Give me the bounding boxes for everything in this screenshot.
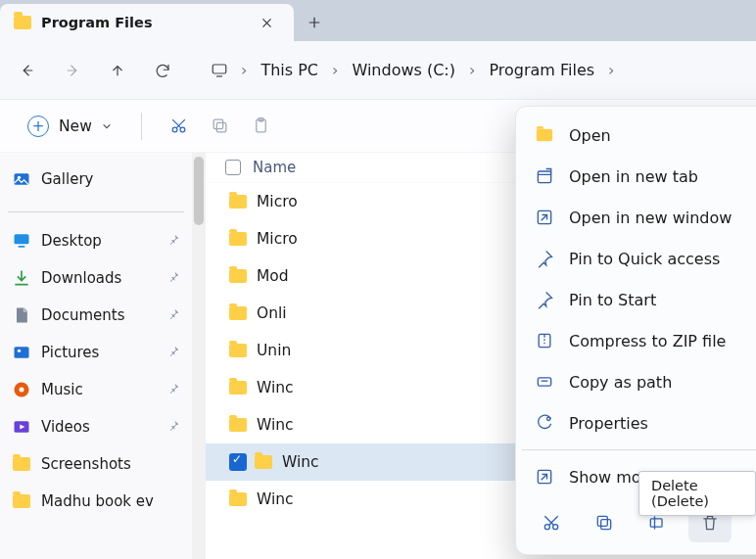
title-bar: Program Files: [0, 0, 756, 41]
sidebar: Gallery DesktopDownloadsDocumentsPicture…: [0, 153, 192, 559]
svg-rect-3: [217, 122, 227, 131]
show-more-icon: [534, 466, 555, 488]
refresh-button[interactable]: [143, 51, 182, 90]
svg-rect-24: [601, 520, 611, 530]
folder-icon: [229, 492, 247, 506]
file-list: Name fied Micro3 03:20Micro3 06:31Mod3 0…: [206, 153, 756, 559]
folder-icon: [12, 491, 31, 511]
context-item-copy-as-path[interactable]: Copy as pathCtrl+Shift+C: [520, 361, 756, 402]
downloads-icon: [12, 268, 31, 288]
separator: [8, 211, 184, 212]
new-tab-button[interactable]: [294, 4, 335, 41]
context-item-pin-to-start[interactable]: Pin to Start: [520, 279, 756, 320]
newwin-icon: [534, 207, 555, 228]
context-item-open-in-new-tab[interactable]: Open in new tab: [520, 156, 756, 197]
svg-rect-16: [538, 171, 550, 183]
sidebar-scrollbar[interactable]: [192, 153, 206, 559]
pin-icon: [534, 289, 555, 310]
select-all-checkbox[interactable]: [225, 160, 241, 175]
folder-icon: [229, 195, 247, 209]
pin-icon: [167, 306, 180, 324]
svg-rect-26: [650, 519, 662, 527]
pin-icon: [167, 381, 180, 398]
folder-icon: [229, 344, 247, 357]
sidebar-item-gallery[interactable]: Gallery: [8, 161, 184, 198]
copy-button[interactable]: [203, 109, 238, 144]
pin-icon: [167, 344, 180, 361]
svg-rect-10: [19, 246, 25, 248]
folder-icon: [229, 418, 247, 432]
svg-rect-0: [213, 65, 226, 73]
sidebar-item-videos[interactable]: Videos: [8, 408, 184, 445]
pin-icon: [167, 232, 180, 250]
file-name: Winc: [282, 453, 319, 471]
sidebar-item-madhu-book-ev[interactable]: Madhu book ev: [8, 483, 184, 520]
context-item-open-in-new-window[interactable]: Open in new window: [520, 197, 756, 238]
chevron-right-icon[interactable]: ›: [465, 61, 479, 79]
separator: [522, 449, 756, 450]
sidebar-item-documents[interactable]: Documents: [8, 297, 184, 334]
new-button-label: New: [59, 117, 92, 135]
context-copy-button[interactable]: [583, 503, 626, 542]
desktop-icon: [12, 231, 31, 251]
this-pc-icon[interactable]: [206, 51, 233, 90]
column-name[interactable]: Name: [253, 159, 296, 176]
sidebar-item-screenshots[interactable]: Screenshots: [8, 445, 184, 483]
music-icon: [12, 380, 31, 399]
videos-icon: [12, 417, 31, 437]
zip-icon: [534, 330, 555, 351]
plus-circle-icon: +: [27, 116, 49, 137]
folder-icon: [12, 454, 31, 474]
chevron-right-icon[interactable]: ›: [328, 61, 342, 79]
file-name: Micro: [257, 193, 298, 210]
folder-icon: [14, 16, 31, 29]
up-button[interactable]: [98, 51, 137, 90]
svg-point-12: [18, 349, 21, 352]
pin-icon: [167, 418, 180, 436]
context-item-compress-to-zip-file[interactable]: Compress to ZIP file: [520, 320, 756, 361]
breadcrumb: › This PC › Windows (C:) › Program Files…: [206, 51, 619, 90]
context-cut-button[interactable]: [530, 503, 573, 542]
svg-rect-19: [538, 378, 550, 386]
close-tab-button[interactable]: [253, 9, 280, 36]
newtab-icon: [534, 165, 555, 187]
context-item-open[interactable]: OpenEnter: [520, 115, 756, 156]
folder-icon: [229, 381, 247, 395]
cut-button[interactable]: [162, 109, 197, 144]
active-tab[interactable]: Program Files: [0, 4, 294, 41]
back-button[interactable]: [8, 51, 47, 90]
file-name: Winc: [257, 416, 294, 434]
file-name: Onli: [257, 304, 287, 322]
chevron-down-icon: [102, 121, 112, 131]
sidebar-item-music[interactable]: Music: [8, 371, 184, 408]
folder-icon: [229, 306, 247, 320]
folder-icon: [255, 455, 272, 469]
folder-icon: [534, 124, 555, 146]
context-item-pin-to-quick-access[interactable]: Pin to Quick access: [520, 238, 756, 279]
sidebar-item-pictures[interactable]: Pictures: [8, 334, 184, 371]
forward-button[interactable]: [53, 51, 92, 90]
path-icon: [534, 371, 555, 393]
folder-icon: [229, 269, 247, 283]
sidebar-item-downloads[interactable]: Downloads: [8, 259, 184, 297]
file-name: Unin: [257, 342, 291, 359]
gallery-icon: [12, 169, 31, 189]
props-icon: [534, 412, 555, 434]
content-area: Gallery DesktopDownloadsDocumentsPicture…: [0, 153, 756, 559]
breadcrumb-drive[interactable]: Windows (C:): [346, 57, 461, 83]
chevron-right-icon[interactable]: ›: [237, 61, 251, 79]
svg-rect-9: [15, 234, 29, 244]
sidebar-item-desktop[interactable]: Desktop: [8, 222, 184, 259]
pin-icon: [534, 248, 555, 269]
paste-button[interactable]: [244, 109, 279, 144]
breadcrumb-folder[interactable]: Program Files: [483, 57, 600, 83]
new-button[interactable]: + New: [18, 110, 121, 143]
pin-icon: [167, 269, 180, 287]
chevron-right-icon[interactable]: ›: [604, 61, 618, 79]
row-checkbox[interactable]: [229, 453, 247, 471]
context-item-properties[interactable]: PropertiesAlt+Enter: [520, 402, 756, 443]
tab-title: Program Files: [41, 15, 243, 30]
file-name: Micro: [257, 230, 298, 248]
svg-rect-11: [15, 347, 29, 358]
breadcrumb-this-pc[interactable]: This PC: [255, 57, 324, 83]
